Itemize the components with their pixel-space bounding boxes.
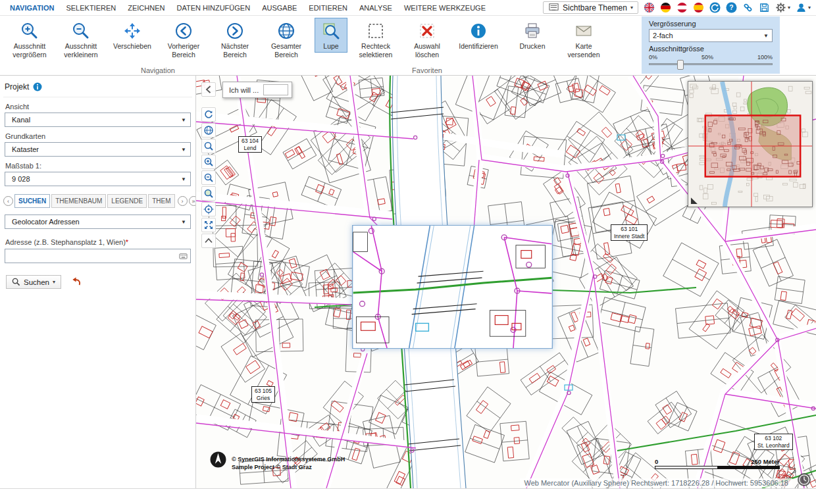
ribbon-group-output: Drucken Karte versenden — [505, 16, 611, 75]
info-icon[interactable] — [33, 82, 42, 91]
project-label: Projekt — [5, 82, 29, 91]
menu-ausgabe[interactable]: AUSGABE — [256, 0, 303, 16]
i-want-to-widget[interactable]: Ich will ... — [222, 82, 292, 98]
user-button[interactable]: ▾ — [796, 2, 811, 13]
application-window: NAVIGATION SELEKTIEREN ZEICHNEN DATEN HI… — [0, 0, 816, 504]
address-input[interactable] — [5, 249, 191, 263]
menu-weitere-werkzeuge[interactable]: WEITERE WERKZEUGE — [398, 0, 492, 16]
basemap-select[interactable]: Kataster ▼ — [5, 142, 191, 157]
geolocator-select[interactable]: Geolocator Adressen ▼ — [5, 214, 191, 229]
scalebar-segment — [717, 466, 779, 468]
keyboard-icon[interactable] — [179, 252, 188, 261]
print-button[interactable]: Drucken — [507, 18, 558, 53]
extent-size-slider[interactable]: 0% 50% 100% — [649, 54, 773, 72]
magnifier-tool-button[interactable]: Lupe — [315, 18, 347, 53]
full-extent-button[interactable]: Gesamter Bereich — [261, 18, 312, 61]
select-rectangle-icon — [367, 22, 385, 40]
magnifier-settings-panel: Vergrösserung 2-fach ▼ Ausschnittgrösse … — [642, 16, 780, 74]
send-map-button[interactable]: Karte versenden — [558, 18, 609, 61]
scale-select[interactable]: 9 028 ▼ — [5, 172, 191, 186]
map-copyright: © SynerGIS Informationssysteme GmbH Samp… — [232, 455, 345, 471]
arrow-left-circle-icon — [174, 22, 193, 40]
locate-button[interactable] — [201, 202, 216, 216]
copyright-line1: © SynerGIS Informationssysteme GmbH — [232, 455, 345, 463]
menu-zeichnen[interactable]: ZEICHNEN — [122, 0, 170, 16]
menu-editieren[interactable]: EDITIEREN — [303, 0, 353, 16]
tick-label: 0% — [649, 54, 657, 61]
ribbon-group-caption: Navigation — [3, 66, 313, 74]
basemap-value: Kataster — [12, 145, 39, 153]
pan-button[interactable]: Verschieben — [107, 18, 158, 53]
button-label: Karte versenden — [560, 42, 607, 59]
flag-germany-icon[interactable] — [660, 2, 671, 13]
view-select[interactable]: Kanal ▼ — [5, 113, 191, 127]
save-icon[interactable] — [759, 2, 770, 13]
menu-daten-hinzufuegen[interactable]: DATEN HINZUFÜGEN — [170, 0, 256, 16]
zoom-window-button[interactable] — [201, 139, 216, 153]
menu-selektieren[interactable]: SELEKTIEREN — [60, 0, 122, 16]
previous-extent-button[interactable]: Vorheriger Bereich — [158, 18, 209, 61]
tab-scroll-left-button[interactable]: ‹ — [3, 196, 13, 206]
select-rectangle-button[interactable]: Rechteck selektieren — [350, 18, 401, 61]
pan-map-button[interactable] — [201, 218, 216, 232]
zoom-in-map-button[interactable] — [201, 155, 216, 169]
gear-icon — [775, 2, 786, 13]
left-panel: Projekt Ansicht Kanal ▼ Grundkarten Kata… — [0, 76, 196, 488]
scale-label: Maßstab 1: — [5, 162, 190, 170]
tab-legende[interactable]: LEGENDE — [107, 194, 147, 208]
magnifier-window[interactable] — [352, 225, 553, 349]
tab-overflow-button[interactable]: » — [189, 196, 197, 206]
tick-label: 50% — [701, 54, 713, 61]
link-icon[interactable] — [742, 2, 753, 13]
flag-austria-icon[interactable] — [676, 2, 688, 13]
visible-themes-button[interactable]: Sichtbare Themen ▾ — [543, 1, 638, 14]
settings-button[interactable]: ▾ — [775, 2, 790, 13]
zoom-in-extent-button[interactable]: Ausschnitt vergrößern — [4, 18, 55, 61]
scroll-up-button[interactable] — [201, 234, 216, 248]
tab-themen-clipped[interactable]: THEM — [148, 194, 174, 208]
chevron-down-icon: ▾ — [808, 5, 811, 11]
map-viewport[interactable]: Ich will ... 63 104 Lend 63 10 — [196, 76, 816, 488]
full-extent-map-button[interactable] — [201, 123, 216, 138]
history-icon[interactable] — [709, 2, 721, 13]
menu-navigation[interactable]: NAVIGATION — [4, 0, 60, 16]
button-label: Ausschnitt vergrößern — [6, 42, 53, 59]
button-label: Gesamter Bereich — [263, 42, 310, 59]
clear-selection-button[interactable]: Auswahl löschen — [401, 18, 453, 61]
magnification-select[interactable]: 2-fach ▼ — [649, 29, 773, 42]
zoom-out-extent-button[interactable]: Ausschnitt verkleinern — [55, 18, 107, 61]
history-clock-icon[interactable] — [797, 472, 811, 487]
scalebar-start: 0 — [655, 458, 658, 465]
magnifier-map-button[interactable] — [201, 186, 216, 201]
i-want-to-input[interactable] — [263, 84, 288, 95]
required-mark: * — [126, 238, 128, 246]
slider-track[interactable] — [649, 63, 773, 65]
zoom-out-map-button[interactable] — [201, 170, 216, 185]
button-label: Nächster Bereich — [211, 42, 259, 59]
refresh-view-button[interactable] — [201, 107, 216, 122]
next-extent-button[interactable]: Nächster Bereich — [209, 18, 261, 61]
menubar-right: Sichtbare Themen ▾ ? ▾ ▾ — [543, 1, 812, 14]
visible-themes-label: Sichtbare Themen — [563, 3, 627, 13]
size-slider-thumb[interactable] — [677, 60, 684, 70]
chevron-down-icon: ▾ — [788, 5, 790, 11]
ribbon-group-favorites: Rechteck selektieren Auswahl löschen Ide… — [349, 16, 505, 75]
panel-collapse-button[interactable] — [201, 82, 216, 97]
flag-uk-icon[interactable] — [644, 2, 655, 13]
button-label: Ausschnitt verkleinern — [57, 42, 105, 59]
search-button[interactable]: Suchen ▾ — [6, 275, 61, 289]
district-name: St. Leonhard — [757, 442, 790, 449]
scalebar-bar — [655, 466, 780, 469]
magnification-label: Vergrösserung — [649, 20, 773, 28]
help-icon[interactable]: ? — [726, 2, 737, 13]
tab-scroll-right-button[interactable]: › — [178, 196, 188, 206]
overview-map[interactable] — [688, 81, 813, 207]
identify-button[interactable]: Identifizieren — [453, 18, 504, 53]
project-header: Projekt — [3, 81, 192, 97]
flag-spain-icon[interactable] — [693, 2, 704, 13]
district-label-innere-stadt: 63 101 Innere Stadt — [611, 224, 648, 241]
reset-undo-icon[interactable] — [70, 277, 82, 287]
tab-themenbaum[interactable]: THEMENBAUM — [51, 194, 106, 208]
menu-analyse[interactable]: ANALYSE — [353, 0, 398, 16]
tab-suchen[interactable]: SUCHEN — [14, 194, 50, 208]
